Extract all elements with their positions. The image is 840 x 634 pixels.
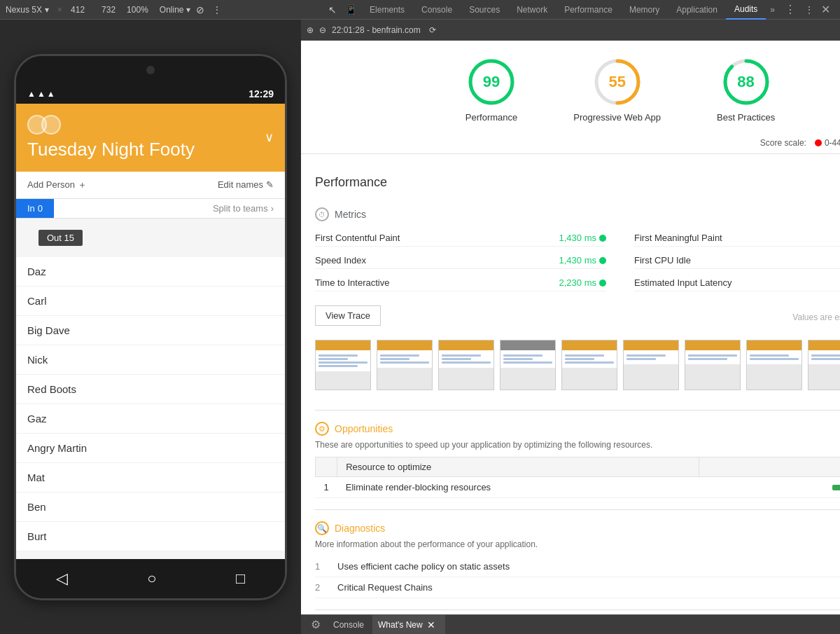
metric-name: First Contentful Paint xyxy=(315,233,400,243)
thumb-line xyxy=(565,361,614,364)
close-devtools-icon[interactable]: ✕ xyxy=(817,3,834,16)
reload-icon[interactable]: ⟳ xyxy=(429,25,436,35)
console-tab[interactable]: Console xyxy=(325,615,372,635)
main-layout: ▲▲▲ 12:29 Tuesday Night Footy ∨ xyxy=(0,20,840,634)
performance-section-header: Performance 99 xyxy=(315,165,840,199)
device-dropdown-icon[interactable]: ▾ xyxy=(45,5,49,15)
tab-sources[interactable]: Sources xyxy=(461,0,508,20)
pwa-score-circle: 55 xyxy=(593,57,642,106)
thumb-body xyxy=(808,350,840,364)
console-tab-label: Console xyxy=(333,620,364,630)
out-count: 15 xyxy=(64,233,74,243)
diagnostics-section: 🔍 Diagnostics More information about the… xyxy=(301,510,840,609)
add-person-button[interactable]: Add Person ＋ xyxy=(27,179,87,191)
savings-cell: 0.29 s ∨ xyxy=(708,482,840,492)
phone-camera xyxy=(146,66,155,74)
player-item[interactable]: Carl xyxy=(16,287,285,316)
out-label: Out xyxy=(47,233,62,243)
avatar-row xyxy=(27,115,195,135)
screenshot-6 xyxy=(623,340,679,390)
more-tabs-icon[interactable]: » xyxy=(766,5,779,15)
wifi-icon: ▲▲▲ xyxy=(27,89,55,99)
opp-row-1[interactable]: 1 Eliminate render-blocking resources 0.… xyxy=(316,477,841,498)
performance-score-label: Performance xyxy=(465,112,517,123)
header-chevron-icon[interactable]: ∨ xyxy=(265,130,274,145)
thumb-body xyxy=(500,350,555,368)
player-item[interactable]: Nick xyxy=(16,345,285,375)
tab-performance[interactable]: Performance xyxy=(556,0,621,20)
diag-name: Uses efficient cache policy on static as… xyxy=(337,561,839,572)
score-scale: Score scale: 0-44 45-74 75-100 xyxy=(301,134,840,154)
player-item[interactable]: Mat xyxy=(16,463,285,492)
time-display: 12:29 xyxy=(248,88,274,99)
zoom-level[interactable]: 100% xyxy=(127,5,148,15)
player-item[interactable]: Gaz xyxy=(16,404,285,434)
phone-actions: Add Person ＋ Edit names ✎ xyxy=(16,172,285,199)
settings-icon[interactable]: ⋮ xyxy=(779,3,802,16)
metric-status-dot xyxy=(599,235,606,242)
metrics-header: ⏱ Metrics xyxy=(315,207,840,221)
more-options-icon[interactable]: ⋮ xyxy=(213,5,221,15)
thumb-line xyxy=(442,358,471,360)
player-item[interactable]: Ben xyxy=(16,492,285,522)
estimated-note: Values are estimated and may vary. xyxy=(792,312,840,322)
whats-new-close-icon[interactable]: ✕ xyxy=(423,619,440,630)
device-icon[interactable]: 📱 xyxy=(341,4,361,15)
diag-row-1[interactable]: 1 Uses efficient cache policy on static … xyxy=(315,556,840,577)
tab-memory[interactable]: Memory xyxy=(621,0,668,20)
opp-row-savings: 0.29 s ∨ xyxy=(699,477,840,498)
dock-icon[interactable]: ⋮ xyxy=(802,4,817,15)
bottom-settings-icon[interactable]: ⚙ xyxy=(307,618,325,631)
best-practices-score-circle: 88 xyxy=(722,57,771,106)
tab-console[interactable]: Console xyxy=(413,0,461,20)
player-item[interactable]: Big Dave xyxy=(16,316,285,345)
score-pwa: 55 Progressive Web App xyxy=(573,57,661,123)
player-list: Daz Carl Big Dave Nick Red Boots Gaz Ang… xyxy=(16,257,285,551)
diag-row-2[interactable]: 2 Critical Request Chains 3 chains found… xyxy=(315,577,840,598)
screenshot-4 xyxy=(500,340,556,390)
opportunities-icon: ⚙ xyxy=(315,422,329,436)
performance-section-title: Performance xyxy=(315,175,387,190)
tab-elements[interactable]: Elements xyxy=(361,0,413,20)
tab-application[interactable]: Application xyxy=(668,0,726,20)
network-selector[interactable]: Online ▾ xyxy=(160,5,190,15)
tab-network[interactable]: Network xyxy=(508,0,556,20)
thumb-line xyxy=(442,354,481,357)
recents-nav-icon[interactable]: □ xyxy=(236,570,245,588)
phone-status-bar: ▲▲▲ 12:29 xyxy=(16,84,285,104)
phone-app-header: Tuesday Night Footy ∨ xyxy=(16,104,285,172)
thumb-line xyxy=(380,358,410,360)
thumb-body xyxy=(747,350,802,364)
player-item[interactable]: Burt xyxy=(16,522,285,551)
header-content: Tuesday Night Footy xyxy=(27,115,195,160)
edit-names-button[interactable]: Edit names ✎ xyxy=(218,179,274,190)
metric-value: 1,430 ms xyxy=(559,255,606,266)
audit-scores: 99 Performance 55 Progressive Web App xyxy=(301,41,840,134)
player-item[interactable]: Red Boots xyxy=(16,375,285,404)
pwa-score-label: Progressive Web App xyxy=(573,112,661,123)
split-teams-button[interactable]: Split to teams › xyxy=(202,199,285,218)
diagnostics-header: 🔍 Diagnostics xyxy=(315,521,840,535)
in-out-tabs: In 0 Split to teams › xyxy=(16,199,285,219)
thumb-line xyxy=(318,361,368,364)
metric-name: Estimated Input Latency xyxy=(634,277,732,288)
tab-audits[interactable]: Audits xyxy=(726,0,766,20)
device-selector[interactable]: Nexus 5X ▾ xyxy=(6,5,49,15)
edit-names-label: Edit names xyxy=(218,179,263,190)
pointer-icon[interactable]: ↖ xyxy=(324,4,341,15)
in-count: 0 xyxy=(38,203,43,214)
player-item[interactable]: Daz xyxy=(16,257,285,287)
back-nav-icon[interactable]: ◁ xyxy=(56,570,68,588)
home-nav-icon[interactable]: ○ xyxy=(147,570,156,588)
whats-new-tab[interactable]: What's New ✕ xyxy=(372,615,445,635)
in-tab[interactable]: In 0 xyxy=(16,199,54,218)
view-trace-button[interactable]: View Trace xyxy=(315,305,381,326)
devtools-content[interactable]: 99 Performance 55 Progressive Web App xyxy=(301,41,840,614)
thumb-header xyxy=(685,340,740,350)
savings-bar xyxy=(832,485,840,490)
performance-score-circle: 99 xyxy=(467,57,516,106)
player-item[interactable]: Angry Martin xyxy=(16,434,285,463)
thumb-body xyxy=(439,350,493,368)
clear-icon[interactable]: ⊖ xyxy=(319,25,326,35)
record-icon[interactable]: ⊕ xyxy=(307,25,314,35)
